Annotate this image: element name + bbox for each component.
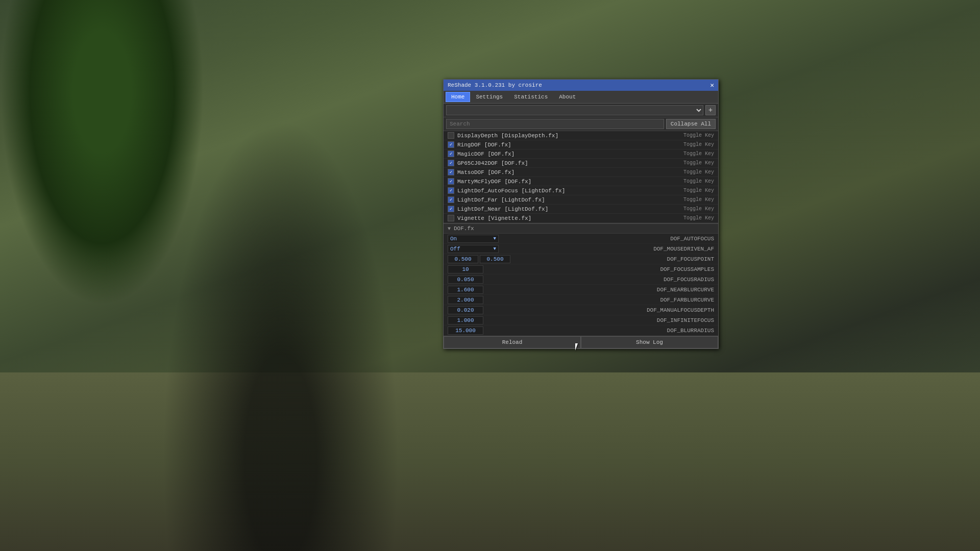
param-name-label: DOF_INFINITEFOCUS: [622, 317, 714, 323]
param-row: 1.600DOF_NEARBLURCURVE: [444, 285, 718, 295]
param-name-label: DOF_FOCUSRADIUS: [622, 277, 714, 283]
param-value-box[interactable]: 2.000: [448, 296, 483, 304]
panel-close-button[interactable]: ✕: [710, 81, 714, 89]
dropdown-arrow-icon: ▼: [494, 246, 496, 252]
param-value-box[interactable]: 1.000: [448, 316, 483, 324]
toggle-key-label: Toggle Key: [683, 206, 714, 212]
param-name-label: DOF_FOCUSSAMPLES: [622, 266, 714, 272]
effect-checkbox[interactable]: [448, 196, 454, 203]
panel-title: ReShade 3.1.0.231 by crosire: [448, 82, 542, 88]
effects-list: DisplayDepth [DisplayDepth.fx]Toggle Key…: [444, 131, 718, 223]
effect-row[interactable]: RingDOF [DOF.fx]Toggle Key: [444, 140, 718, 149]
effect-row[interactable]: GP65CJ042DOF [DOF.fx]Toggle Key: [444, 159, 718, 168]
nav-tab-settings[interactable]: Settings: [470, 92, 508, 102]
param-name-label: DOF_MANUALFOCUSDEPTH: [622, 307, 714, 313]
effect-name: Vignette [Vignette.fx]: [457, 215, 683, 221]
collapse-all-button[interactable]: Collapse All: [666, 119, 716, 129]
toggle-key-label: Toggle Key: [683, 142, 714, 147]
effect-checkbox[interactable]: [448, 187, 454, 194]
effect-name: MartyMcFlyDOF [DOF.fx]: [457, 179, 683, 185]
dropdown-value: On: [450, 236, 457, 242]
reshade-panel: ReShade 3.1.0.231 by crosire ✕ HomeSetti…: [443, 79, 719, 349]
toggle-key-label: Toggle Key: [683, 160, 714, 166]
effect-checkbox[interactable]: [448, 151, 454, 157]
effect-checkbox[interactable]: [448, 160, 454, 166]
toggle-key-label: Toggle Key: [683, 197, 714, 203]
effect-row[interactable]: MartyMcFlyDOF [DOF.fx]Toggle Key: [444, 177, 718, 186]
param-value-box[interactable]: 0.020: [448, 306, 483, 314]
effect-name: MatsoDOF [DOF.fx]: [457, 169, 683, 176]
dual-slider[interactable]: 0.5000.500: [448, 255, 510, 263]
param-dropdown[interactable]: On▼: [448, 235, 499, 243]
param-row: 0.5000.500DOF_FOCUSPOINT: [444, 254, 718, 264]
effect-checkbox[interactable]: [448, 132, 454, 139]
effect-checkbox[interactable]: [448, 169, 454, 176]
toggle-key-label: Toggle Key: [683, 133, 714, 138]
param-name-label: DOF_NEARBLURCURVE: [622, 287, 714, 293]
param-value-box[interactable]: 15.000: [448, 327, 483, 335]
effect-checkbox[interactable]: [448, 178, 454, 185]
effect-name: DisplayDepth [DisplayDepth.fx]: [457, 133, 683, 139]
param-value-box[interactable]: 0.050: [448, 276, 483, 284]
param-value-box[interactable]: 1.600: [448, 286, 483, 294]
panel-titlebar: ReShade 3.1.0.231 by crosire ✕: [444, 80, 718, 91]
section-collapse-icon: ▼: [448, 226, 451, 232]
dof-params-list: On▼DOF_AUTOFOCUSOff▼DOF_MOUSEDRIVEN_AF0.…: [444, 234, 718, 336]
effect-name: LightDof_Near [LightDof.fx]: [457, 206, 683, 212]
param-row: On▼DOF_AUTOFOCUS: [444, 234, 718, 244]
param-row: 0.050DOF_FOCUSRADIUS: [444, 274, 718, 285]
dof-section-header[interactable]: ▼ DOF.fx: [444, 224, 718, 234]
add-effect-button[interactable]: +: [705, 105, 716, 115]
nav-tab-about[interactable]: About: [553, 92, 581, 102]
show-log-button[interactable]: Show Log: [581, 336, 718, 348]
effect-name: LightDof_Far [LightDof.fx]: [457, 197, 683, 203]
effect-name: MagicDOF [DOF.fx]: [457, 151, 683, 157]
param-name-label: DOF_MOUSEDRIVEN_AF: [622, 246, 714, 252]
toggle-key-label: Toggle Key: [683, 215, 714, 221]
toggle-key-label: Toggle Key: [683, 188, 714, 193]
reload-button[interactable]: Reload: [444, 336, 581, 348]
panel-footer: Reload Show Log: [444, 336, 718, 348]
effect-checkbox[interactable]: [448, 206, 454, 212]
dof-section: ▼ DOF.fx On▼DOF_AUTOFOCUSOff▼DOF_MOUSEDR…: [444, 223, 718, 336]
effect-select-dropdown[interactable]: [446, 105, 703, 115]
effect-row[interactable]: MatsoDOF [DOF.fx]Toggle Key: [444, 168, 718, 177]
effect-row[interactable]: LightDof_Near [LightDof.fx]Toggle Key: [444, 205, 718, 214]
search-bar: Collapse All: [444, 117, 718, 131]
panel-nav: HomeSettingsStatisticsAbout: [444, 91, 718, 104]
toggle-key-label: Toggle Key: [683, 179, 714, 184]
effect-checkbox[interactable]: [448, 141, 454, 148]
effect-row[interactable]: Vignette [Vignette.fx]Toggle Key: [444, 214, 718, 223]
param-row: 15.000DOF_BLURRADIUS: [444, 325, 718, 336]
toggle-key-label: Toggle Key: [683, 169, 714, 175]
effect-row[interactable]: DisplayDepth [DisplayDepth.fx]Toggle Key: [444, 131, 718, 140]
param-row: 10DOF_FOCUSSAMPLES: [444, 264, 718, 274]
param-name-label: DOF_FOCUSPOINT: [622, 256, 714, 262]
param-row: 2.000DOF_FARBLURCURVE: [444, 295, 718, 305]
effect-checkbox[interactable]: [448, 215, 454, 221]
effect-row[interactable]: LightDof_AutoFocus [LightDof.fx]Toggle K…: [444, 186, 718, 195]
dropdown-arrow-icon: ▼: [494, 236, 496, 241]
effect-row[interactable]: MagicDOF [DOF.fx]Toggle Key: [444, 149, 718, 159]
effect-name: RingDOF [DOF.fx]: [457, 142, 683, 148]
slider-value-2[interactable]: 0.500: [480, 255, 510, 263]
toggle-key-label: Toggle Key: [683, 151, 714, 157]
param-name-label: DOF_AUTOFOCUS: [622, 236, 714, 242]
effect-name: GP65CJ042DOF [DOF.fx]: [457, 160, 683, 166]
dropdown-value: Off: [450, 246, 460, 252]
param-name-label: DOF_FARBLURCURVE: [622, 297, 714, 303]
param-name-label: DOF_BLURRADIUS: [622, 328, 714, 334]
effect-row[interactable]: LightDof_Far [LightDof.fx]Toggle Key: [444, 195, 718, 205]
section-title: DOF.fx: [454, 226, 474, 232]
slider-value-1[interactable]: 0.500: [448, 255, 478, 263]
nav-tab-home[interactable]: Home: [446, 92, 470, 102]
search-input[interactable]: [446, 119, 664, 129]
param-dropdown[interactable]: Off▼: [448, 245, 499, 253]
effect-name: LightDof_AutoFocus [LightDof.fx]: [457, 188, 683, 194]
nav-tab-statistics[interactable]: Statistics: [508, 92, 553, 102]
param-row: 1.000DOF_INFINITEFOCUS: [444, 315, 718, 325]
param-value-box[interactable]: 10: [448, 265, 483, 273]
param-row: 0.020DOF_MANUALFOCUSDEPTH: [444, 305, 718, 315]
param-row: Off▼DOF_MOUSEDRIVEN_AF: [444, 244, 718, 254]
panel-toolbar: +: [444, 104, 718, 117]
